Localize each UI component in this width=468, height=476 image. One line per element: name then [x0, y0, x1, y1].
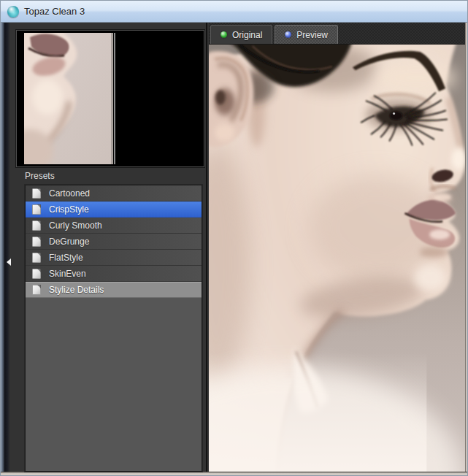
- blue-dot-icon: [285, 31, 291, 38]
- preset-label: Curly Smooth: [49, 220, 102, 231]
- preset-label: FlatStyle: [49, 253, 83, 263]
- sidebar: Presets Cartooned CrispStyle Curly Smoot…: [4, 23, 207, 472]
- window-frame-bottom: [1, 472, 467, 475]
- document-icon: [32, 269, 41, 279]
- preset-item-degrunge[interactable]: DeGrunge: [26, 234, 202, 250]
- document-icon: [32, 285, 41, 295]
- preset-item-cartooned[interactable]: Cartooned: [26, 185, 202, 201]
- document-icon: [32, 220, 41, 231]
- navigator-thumbnail[interactable]: [16, 30, 204, 167]
- preset-item-skineven[interactable]: SkinEven: [26, 266, 202, 282]
- preset-item-curly-smooth[interactable]: Curly Smooth: [26, 218, 202, 234]
- app-window: Topaz Clean 3: [0, 0, 468, 476]
- window-title: Topaz Clean 3: [24, 6, 85, 17]
- tab-original[interactable]: Original: [210, 25, 272, 44]
- document-icon: [32, 237, 41, 247]
- presets-heading: Presets: [25, 171, 55, 181]
- document-icon: [32, 188, 41, 199]
- topaz-globe-icon: [7, 6, 19, 18]
- preset-item-crispstyle[interactable]: CrispStyle: [26, 201, 202, 218]
- document-icon: [32, 204, 41, 215]
- tab-preview[interactable]: Preview: [275, 25, 338, 44]
- content-area: Presets Cartooned CrispStyle Curly Smoot…: [4, 23, 465, 472]
- sidebar-edge: [4, 23, 10, 472]
- panel-collapse-left-arrow-icon[interactable]: [7, 258, 11, 266]
- preset-label: DeGrunge: [49, 237, 89, 247]
- preset-label: CrispStyle: [49, 204, 89, 215]
- navigator-separator: [114, 33, 115, 164]
- document-icon: [32, 253, 41, 263]
- main-panel: Original Preview: [209, 23, 465, 472]
- window-frame-right: [465, 23, 467, 475]
- preview-image[interactable]: [209, 45, 465, 472]
- preset-label: Cartooned: [49, 188, 90, 199]
- portrait-render: [209, 45, 465, 472]
- green-dot-icon: [220, 31, 227, 38]
- preset-list: Cartooned CrispStyle Curly Smooth DeGrun…: [25, 185, 202, 472]
- preset-label: SkinEven: [49, 269, 86, 279]
- navigator-image: [24, 33, 113, 164]
- tab-bar: Original Preview: [209, 23, 465, 45]
- preset-item-stylize-details[interactable]: Stylize Details: [26, 282, 202, 298]
- preset-label: Stylize Details: [49, 285, 104, 295]
- titlebar[interactable]: Topaz Clean 3: [1, 1, 467, 23]
- preset-item-flatstyle[interactable]: FlatStyle: [26, 250, 202, 266]
